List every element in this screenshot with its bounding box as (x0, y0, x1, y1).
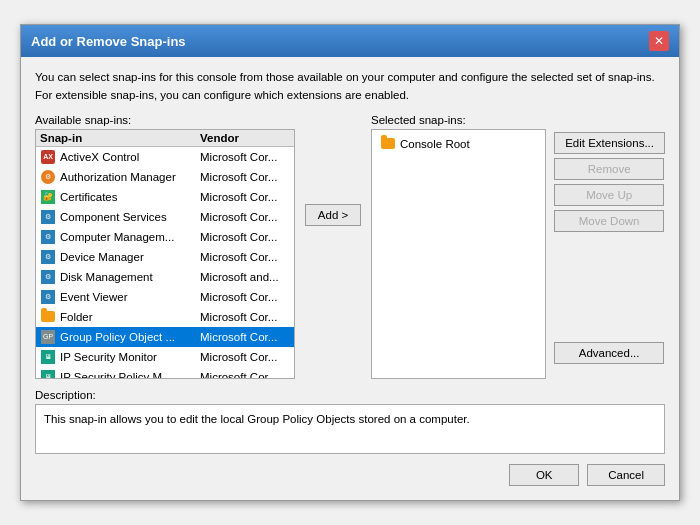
snap-item-vendor: Microsoft Cor... (200, 351, 290, 363)
selected-item-console-root: Console Root (376, 134, 541, 154)
selected-snapins-panel: Selected snap-ins: Console Root (371, 114, 546, 379)
snap-item-vendor: Microsoft Cor... (200, 151, 290, 163)
snap-item-icon: 🖥 (40, 349, 56, 365)
snap-item-icon: AX (40, 149, 56, 165)
snap-item-name: Computer Managem... (60, 231, 200, 243)
console-root-icon (380, 136, 396, 152)
snap-col-header: Snap-in (40, 132, 200, 144)
ok-button[interactable]: OK (509, 464, 579, 486)
title-bar: Add or Remove Snap-ins ✕ (21, 25, 679, 57)
intro-text: You can select snap-ins for this console… (35, 69, 665, 104)
bottom-buttons: OK Cancel (35, 464, 665, 488)
snap-item-icon: ⚙ (40, 249, 56, 265)
snap-item-name: Authorization Manager (60, 171, 200, 183)
snap-item-icon: ⚙ (40, 289, 56, 305)
vendor-col-header: Vendor (200, 132, 290, 144)
snap-item-name: Device Manager (60, 251, 200, 263)
available-list-container: Snap-in Vendor AXActiveX ControlMicrosof… (35, 129, 295, 379)
snap-item-vendor: Microsoft Cor... (200, 211, 290, 223)
snap-item-name: Folder (60, 311, 200, 323)
available-list-scroll[interactable]: Snap-in Vendor AXActiveX ControlMicrosof… (36, 130, 294, 378)
snap-item-name: Group Policy Object ... (60, 331, 200, 343)
advanced-button-wrapper: Advanced... (554, 342, 665, 364)
snap-item[interactable]: ⚙Device ManagerMicrosoft Cor... (36, 247, 294, 267)
snap-item-vendor: Microsoft Cor... (200, 231, 290, 243)
description-box: This snap-in allows you to edit the loca… (35, 404, 665, 454)
snap-item-name: Disk Management (60, 271, 200, 283)
snap-item-icon: ⚙ (40, 209, 56, 225)
snap-item-vendor: Microsoft Cor... (200, 171, 290, 183)
snap-item[interactable]: GPGroup Policy Object ...Microsoft Cor..… (36, 327, 294, 347)
snap-item-icon: ⚙ (40, 229, 56, 245)
right-panel: Selected snap-ins: Console Root Edit Ext… (371, 114, 665, 379)
snap-item-icon: GP (40, 329, 56, 345)
snap-item[interactable]: ⚙Authorization ManagerMicrosoft Cor... (36, 167, 294, 187)
selected-label: Selected snap-ins: (371, 114, 546, 126)
snap-item-icon: 🖥 (40, 369, 56, 378)
snap-item-icon: 🔐 (40, 189, 56, 205)
snap-item[interactable]: FolderMicrosoft Cor... (36, 307, 294, 327)
snap-list: AXActiveX ControlMicrosoft Cor...⚙Author… (36, 147, 294, 378)
snap-item-name: IP Security Monitor (60, 351, 200, 363)
snap-item-name: IP Security Policy M... (60, 371, 200, 378)
close-button[interactable]: ✕ (649, 31, 669, 51)
snap-item-icon: ⚙ (40, 169, 56, 185)
available-snapins-panel: Available snap-ins: Snap-in Vendor AXAct… (35, 114, 295, 379)
middle-panel: Add > (303, 114, 363, 226)
dialog-title: Add or Remove Snap-ins (31, 34, 186, 49)
right-buttons-top: Edit Extensions... Remove Move Up Move D… (554, 132, 665, 232)
add-button[interactable]: Add > (305, 204, 361, 226)
remove-button[interactable]: Remove (554, 158, 664, 180)
available-label: Available snap-ins: (35, 114, 295, 126)
snap-item[interactable]: ⚙Component ServicesMicrosoft Cor... (36, 207, 294, 227)
selected-list[interactable]: Console Root (371, 129, 546, 379)
snap-item[interactable]: 🔐CertificatesMicrosoft Cor... (36, 187, 294, 207)
add-remove-snapins-dialog: Add or Remove Snap-ins ✕ You can select … (20, 24, 680, 501)
snap-item-vendor: Microsoft Cor... (200, 291, 290, 303)
snap-item-icon: ⚙ (40, 269, 56, 285)
snap-item-name: Component Services (60, 211, 200, 223)
right-buttons-wrapper: Edit Extensions... Remove Move Up Move D… (554, 114, 665, 364)
advanced-button[interactable]: Advanced... (554, 342, 664, 364)
snap-item-vendor: Microsoft Cor... (200, 311, 290, 323)
console-root-label: Console Root (400, 138, 470, 150)
cancel-button[interactable]: Cancel (587, 464, 665, 486)
snap-item-vendor: Microsoft Cor... (200, 191, 290, 203)
snap-item-vendor: Microsoft Cor... (200, 371, 290, 378)
snap-item-name: Certificates (60, 191, 200, 203)
snap-item-icon (40, 309, 56, 325)
move-down-button[interactable]: Move Down (554, 210, 664, 232)
edit-extensions-button[interactable]: Edit Extensions... (554, 132, 665, 154)
snap-item-vendor: Microsoft Cor... (200, 251, 290, 263)
snap-item[interactable]: ⚙Disk ManagementMicrosoft and... (36, 267, 294, 287)
snap-item-name: Event Viewer (60, 291, 200, 303)
description-label: Description: (35, 389, 665, 401)
snap-item[interactable]: ⚙Event ViewerMicrosoft Cor... (36, 287, 294, 307)
move-up-button[interactable]: Move Up (554, 184, 664, 206)
snap-item-name: ActiveX Control (60, 151, 200, 163)
list-header: Snap-in Vendor (36, 130, 294, 147)
snap-item-vendor: Microsoft and... (200, 271, 290, 283)
snap-item[interactable]: 🖥IP Security MonitorMicrosoft Cor... (36, 347, 294, 367)
snap-item[interactable]: 🖥IP Security Policy M...Microsoft Cor... (36, 367, 294, 378)
snap-item[interactable]: AXActiveX ControlMicrosoft Cor... (36, 147, 294, 167)
snap-item[interactable]: ⚙Computer Managem...Microsoft Cor... (36, 227, 294, 247)
snap-item-vendor: Microsoft Cor... (200, 331, 290, 343)
description-section: Description: This snap-in allows you to … (35, 389, 665, 454)
